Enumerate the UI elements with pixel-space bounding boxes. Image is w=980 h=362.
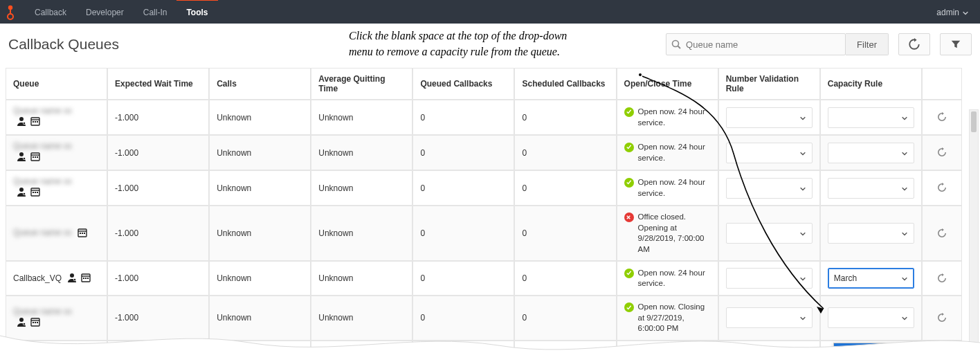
col-calls[interactable]: Calls (209, 68, 311, 100)
nav-call-in[interactable]: Call-In (134, 1, 177, 24)
search-input[interactable] (686, 39, 845, 50)
cell-sched: 0 (514, 261, 616, 296)
col-wait[interactable]: Expected Wait Time (107, 68, 209, 100)
calendar-icon[interactable] (30, 186, 41, 199)
capacity-rule-select[interactable] (828, 107, 914, 128)
filter-icon-button[interactable] (940, 33, 972, 55)
row-refresh-button[interactable] (935, 226, 949, 240)
chevron-down-icon (799, 185, 806, 192)
refresh-all-button[interactable] (898, 33, 930, 55)
row-refresh-button[interactable] (935, 145, 949, 159)
cell-refresh (922, 170, 962, 206)
cell-refresh (922, 135, 962, 170)
status-dot-green (624, 143, 634, 152)
col-quit[interactable]: Average Quitting Time (311, 68, 412, 100)
cell-queue: Queue name xx (6, 296, 107, 341)
calendar-icon[interactable] (30, 356, 41, 362)
row-refresh-button[interactable] (935, 181, 949, 194)
svg-point-11 (8, 14, 13, 19)
col-refresh (922, 68, 962, 100)
cell-queue: Queue name xx (6, 135, 107, 170)
status-dot-red (624, 212, 634, 222)
validation-rule-select[interactable] (726, 223, 813, 244)
nav-developer[interactable]: Developer (76, 1, 134, 24)
cell-calls: Unknown (209, 261, 311, 296)
status-text: Open now. 24 hour service. (638, 268, 711, 289)
user-icon[interactable] (16, 316, 27, 329)
status-dot-green (624, 348, 634, 358)
brand-logo (0, 1, 21, 24)
chevron-down-icon (799, 275, 806, 282)
table-row: Callback_VQ -1.000UnknownUnknown00Open n… (6, 261, 962, 296)
capacity-rule-select[interactable] (828, 178, 914, 199)
row-refresh-button[interactable] (935, 351, 949, 362)
top-nav: Callback Developer Call-In Tools admin (0, 0, 980, 24)
user-icon[interactable] (16, 116, 27, 129)
validation-rule-select[interactable] (726, 143, 813, 163)
row-refresh-button[interactable] (935, 110, 949, 124)
capacity-rule-select[interactable] (828, 223, 914, 244)
scrollbar-thumb[interactable] (971, 111, 977, 132)
vertical-scrollbar[interactable] (969, 109, 979, 359)
validation-rule-select[interactable] (726, 347, 813, 362)
col-sched[interactable]: Scheduled Callbacks (514, 68, 616, 100)
cell-wait: -1.000 (107, 341, 209, 362)
cell-validation (718, 100, 820, 135)
cell-open-close: Open now. 24 hour service. (617, 170, 718, 206)
cell-queued: 0 (412, 261, 514, 296)
calendar-icon[interactable] (80, 272, 91, 285)
cell-queue: Queue name xx (6, 100, 107, 135)
capacity-rule-select[interactable] (828, 307, 914, 328)
cell-queued: 0 (412, 100, 514, 135)
cell-queue: Queue name xx (6, 206, 107, 261)
cell-open-close: Open now. 24 hour service. (617, 261, 718, 296)
queues-table: Queue Expected Wait Time Calls Average Q… (6, 68, 974, 362)
search-icon (666, 39, 686, 50)
calendar-icon[interactable] (30, 151, 41, 164)
calendar-icon[interactable] (30, 316, 41, 329)
row-refresh-button[interactable] (935, 311, 949, 325)
capacity-rule-option-blank[interactable] (834, 343, 929, 362)
calendar-icon[interactable] (30, 116, 41, 129)
cell-capacity (820, 135, 922, 170)
col-queued[interactable]: Queued Callbacks (412, 68, 514, 100)
table-row: Queue name xx -1.000UnknownUnknown00Open… (6, 296, 962, 341)
filter-button[interactable]: Filter (846, 33, 889, 55)
row-refresh-button[interactable] (935, 271, 949, 285)
cell-sched: 0 (514, 100, 616, 135)
cell-validation (718, 296, 820, 341)
table-row: Queue name xx -1.000UnknownUnknown00Open… (6, 341, 962, 362)
cell-calls: Unknown (209, 135, 311, 170)
cell-validation (718, 341, 820, 362)
chevron-down-icon (799, 150, 806, 156)
user-icon[interactable] (16, 356, 27, 362)
col-open[interactable]: Open/Close Time (617, 68, 718, 100)
validation-rule-select[interactable] (726, 268, 813, 289)
nav-callback[interactable]: Callback (25, 1, 76, 24)
table-header-row: Queue Expected Wait Time Calls Average Q… (6, 68, 962, 100)
col-queue[interactable]: Queue (6, 68, 107, 100)
table-row: Queue name xx -1.000UnknownUnknown00Open… (6, 100, 962, 135)
col-valid[interactable]: Number Validation Rule (718, 68, 820, 100)
calendar-icon[interactable] (77, 227, 88, 240)
capacity-rule-select[interactable] (828, 143, 914, 163)
table-row: Queue name xx -1.000UnknownUnknown00Offi… (6, 206, 962, 261)
validation-rule-select[interactable] (726, 178, 813, 199)
chevron-down-icon (901, 314, 908, 321)
nav-user-menu[interactable]: admin (934, 8, 972, 17)
cell-refresh (922, 100, 962, 135)
cell-calls: Unknown (209, 170, 311, 206)
chevron-down-icon (901, 150, 908, 156)
capacity-rule-dropdown: March (833, 343, 930, 362)
validation-rule-select[interactable] (726, 107, 813, 128)
validation-rule-select[interactable] (726, 307, 813, 328)
user-icon[interactable] (16, 186, 27, 199)
col-cap[interactable]: Capacity Rule (820, 68, 922, 100)
nav-tools[interactable]: Tools (176, 1, 217, 24)
capacity-rule-select[interactable]: March (828, 268, 914, 289)
user-icon[interactable] (66, 272, 78, 285)
user-icon[interactable] (16, 151, 27, 164)
cell-sched: 0 (514, 135, 616, 170)
status-dot-green (624, 302, 634, 312)
status-text: Office closed. Opening at 9/28/2019, 7:0… (638, 212, 711, 255)
